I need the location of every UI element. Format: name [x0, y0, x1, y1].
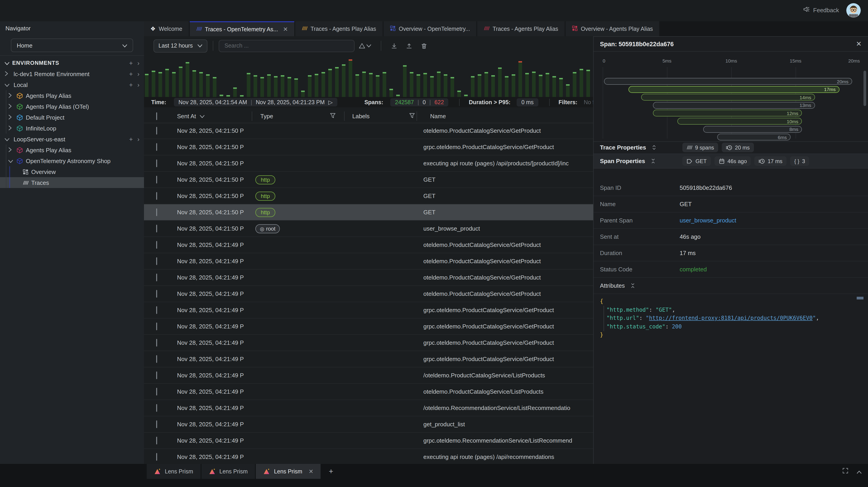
- row-checkbox[interactable]: [156, 420, 157, 428]
- row-checkbox[interactable]: [156, 453, 157, 461]
- tab-welcome[interactable]: ❖Welcome: [144, 21, 189, 36]
- attribute-url-link[interactable]: http://frontend-proxy:8181/api/products/…: [649, 315, 812, 321]
- histogram-bar: [152, 71, 155, 97]
- sidebar-item-agents-play-alias-otel-[interactable]: Agents Play Alias (OTel): [0, 101, 144, 112]
- scope-select[interactable]: Home: [11, 38, 133, 52]
- row-checkbox[interactable]: [156, 192, 157, 200]
- row-checkbox[interactable]: [156, 225, 157, 233]
- column-header-type[interactable]: Type: [260, 113, 273, 120]
- avatar[interactable]: [846, 3, 861, 18]
- add-icon[interactable]: +: [129, 81, 133, 88]
- field-value[interactable]: user_browse_product: [680, 217, 736, 223]
- column-header-labels[interactable]: Labels: [352, 113, 370, 120]
- unfold-icon[interactable]: [652, 145, 656, 150]
- row-checkbox[interactable]: [156, 274, 157, 281]
- chevron-right-icon[interactable]: [8, 92, 14, 99]
- row-checkbox[interactable]: [156, 241, 157, 249]
- filter-funnel-icon[interactable]: [330, 112, 336, 120]
- sidebar-item-agents-play-alias[interactable]: Agents Play Alias: [0, 90, 144, 101]
- angle-right-icon[interactable]: ›: [137, 70, 140, 78]
- add-icon[interactable]: +: [129, 135, 133, 143]
- search-input[interactable]: [219, 40, 354, 52]
- bottom-tab-lens-prism[interactable]: Lens Prism: [201, 464, 255, 479]
- filter-funnel-icon[interactable]: [409, 112, 415, 120]
- bottom-tab-lens-prism[interactable]: Lens Prism✕: [256, 464, 320, 479]
- sidebar-item-traces[interactable]: Traces: [0, 177, 144, 188]
- tab-traces-agents-play-alias[interactable]: Traces - Agents Play Alias: [295, 21, 382, 36]
- add-icon[interactable]: +: [129, 70, 133, 78]
- span-bar[interactable]: 12ms: [653, 110, 802, 117]
- row-checkbox[interactable]: [156, 355, 157, 363]
- add-environment-button[interactable]: +: [129, 59, 133, 67]
- span-bar[interactable]: 14ms: [641, 94, 815, 100]
- sidebar-item-default-project[interactable]: Default Project: [0, 112, 144, 123]
- row-checkbox[interactable]: [156, 339, 157, 346]
- row-checkbox[interactable]: [156, 323, 157, 330]
- angle-right-icon[interactable]: ›: [137, 81, 140, 88]
- tab-traces-agents-play-alias[interactable]: Traces - Agents Play Alias: [477, 21, 565, 36]
- row-checkbox[interactable]: [156, 208, 157, 216]
- time-range-box[interactable]: Nov 28, 2025, 04:21:54 AM | Nov 28, 2025…: [174, 98, 337, 106]
- row-checkbox[interactable]: [156, 371, 157, 379]
- chevron-down-icon[interactable]: [4, 81, 11, 88]
- chevron-right-icon[interactable]: [8, 125, 14, 131]
- alerts-filter-button[interactable]: [359, 42, 371, 49]
- row-checkbox[interactable]: [156, 176, 157, 183]
- bottom-tab-lens-prism[interactable]: Lens Prism: [147, 464, 200, 479]
- column-header-name[interactable]: Name: [423, 113, 598, 120]
- feedback-button[interactable]: Feedback: [803, 6, 839, 14]
- row-checkbox[interactable]: [156, 306, 157, 314]
- chevron-right-icon[interactable]: [8, 147, 14, 153]
- chevron-right-icon[interactable]: [8, 114, 14, 121]
- row-checkbox[interactable]: [156, 127, 157, 134]
- row-checkbox[interactable]: [156, 257, 157, 265]
- chevron-up-icon[interactable]: [857, 467, 862, 476]
- close-icon[interactable]: ✕: [283, 26, 288, 33]
- code-scroll-indicator[interactable]: [857, 297, 864, 300]
- sidebar-item-local[interactable]: Local+›: [0, 79, 144, 90]
- tab-traces-opentelemetry-as-[interactable]: Traces - OpenTelemetry As...✕: [189, 21, 294, 36]
- column-header-sent-at[interactable]: Sent At: [177, 113, 252, 120]
- row-checkbox[interactable]: [156, 143, 157, 151]
- row-checkbox[interactable]: [156, 388, 157, 395]
- row-checkbox[interactable]: [156, 159, 157, 167]
- chevron-down-icon[interactable]: [8, 157, 14, 164]
- chevron-right-icon[interactable]: [4, 70, 11, 77]
- time-range-select[interactable]: Last 12 hours: [154, 39, 207, 52]
- play-icon[interactable]: ▷: [328, 99, 333, 105]
- tab-overview-opentelemetry-[interactable]: Overview - OpenTelemetry...: [383, 21, 476, 36]
- chevron-down-icon[interactable]: [4, 136, 11, 143]
- sidebar-item-infiniteloop[interactable]: InfiniteLoop: [0, 123, 144, 134]
- sidebar-item-agents-play-alias[interactable]: Agents Play Alias: [0, 145, 144, 155]
- delete-button[interactable]: [421, 42, 428, 49]
- upload-button[interactable]: [406, 42, 412, 49]
- sidebar-item-lc-dev1-remote-environment[interactable]: lc-dev1 Remote Environment+›: [0, 68, 144, 79]
- row-checkbox[interactable]: [156, 290, 157, 298]
- fullscreen-icon[interactable]: [842, 467, 848, 476]
- select-all-checkbox[interactable]: [156, 112, 157, 120]
- duration-value-box[interactable]: 0 ms: [517, 98, 538, 106]
- span-bar[interactable]: 10ms: [677, 118, 802, 125]
- tab-overview-agents-play-alias[interactable]: Overview - Agents Play Alias: [565, 21, 659, 36]
- span-bar[interactable]: 20ms: [604, 78, 852, 85]
- span-bar[interactable]: 6ms: [717, 134, 790, 141]
- close-icon[interactable]: ✕: [856, 40, 862, 48]
- span-bar[interactable]: 13ms: [653, 102, 815, 109]
- download-button[interactable]: [391, 42, 398, 49]
- sidebar-item-overview[interactable]: Overview: [0, 166, 144, 177]
- row-checkbox[interactable]: [156, 404, 157, 412]
- row-checkbox[interactable]: [156, 437, 157, 445]
- fold-icon[interactable]: [650, 158, 655, 164]
- fold-icon[interactable]: [630, 282, 635, 288]
- environments-section-header[interactable]: ENVIRONMENTS + ›: [0, 58, 144, 68]
- close-icon[interactable]: ✕: [309, 468, 313, 475]
- add-tab-button[interactable]: +: [321, 464, 341, 479]
- chevron-right-icon[interactable]: [8, 103, 14, 110]
- sidebar-item-opentelemetry-astronomy-shop[interactable]: OpenTelemetry Astronomy Shop: [0, 155, 144, 166]
- span-bar[interactable]: 8ms: [703, 126, 802, 132]
- angle-right-icon[interactable]: ›: [137, 135, 140, 143]
- sidebar-item-loopserver-us-east[interactable]: LoopServer-us-east+›: [0, 134, 144, 145]
- span-bar[interactable]: 17ms: [628, 86, 839, 93]
- angle-right-icon[interactable]: ›: [137, 59, 140, 67]
- waterfall-scrollbar-thumb[interactable]: [864, 71, 866, 106]
